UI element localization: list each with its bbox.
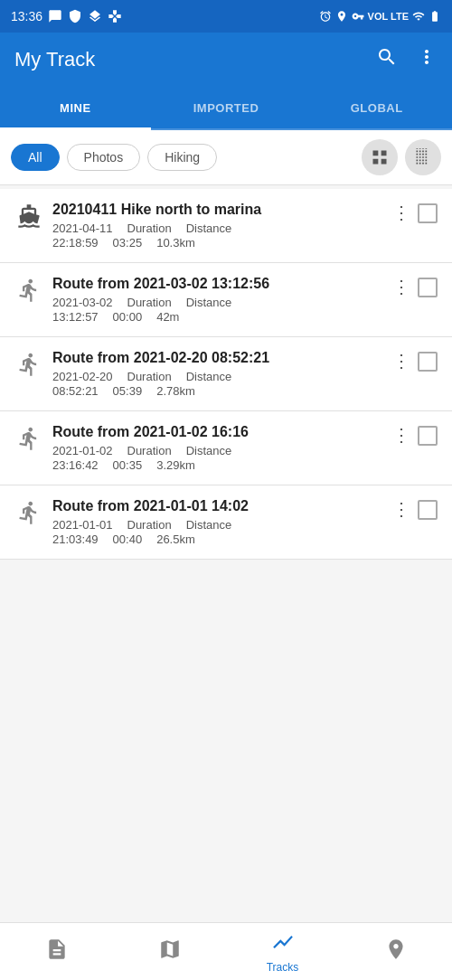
track-icon-walk3 (14, 500, 43, 532)
track-item[interactable]: Route from 2021-01-01 14:02 2021-01-01 D… (0, 485, 452, 560)
status-bar: 13:36 VOL LTE (0, 0, 452, 33)
status-time: 13:36 (11, 9, 42, 24)
track-checkbox[interactable] (418, 278, 438, 297)
track-duration-label: Duration (127, 518, 172, 532)
track-distance: 3.29km (156, 458, 195, 472)
track-title: Route from 2021-02-20 08:52:21 (52, 350, 383, 366)
track-checkbox[interactable] (418, 426, 438, 446)
location-icon (335, 10, 348, 23)
track-date: 2021-01-02 (52, 444, 113, 457)
track-duration-label: Duration (127, 221, 172, 235)
track-duration: 00:00 (113, 310, 143, 324)
filter-row: All Photos Hiking (0, 130, 452, 185)
track-distance-label: Distance (186, 370, 232, 383)
dot-grid-view-button[interactable] (405, 139, 441, 175)
track-icon-walk2 (14, 426, 43, 457)
filter-hiking[interactable]: Hiking (147, 144, 217, 171)
track-info: Route from 2021-03-02 13:12:56 2021-03-0… (52, 276, 383, 324)
track-info: Route from 2021-01-01 14:02 2021-01-01 D… (52, 498, 383, 546)
track-date: 2021-04-11 (52, 221, 113, 235)
tracks-icon (271, 930, 295, 959)
tracks-label: Tracks (267, 961, 299, 974)
track-duration-label: Duration (127, 296, 172, 309)
track-icon-walk (14, 278, 43, 309)
tab-imported[interactable]: IMPORTED (151, 87, 302, 128)
track-more-button[interactable]: ⋮ (392, 500, 410, 518)
track-list: 20210411 Hike north to marina 2021-04-11… (0, 189, 452, 560)
track-meta: 2021-01-01 Duration Distance (52, 518, 383, 532)
content-area: All Photos Hiking 20210411 Hike north to… (0, 130, 452, 621)
track-item[interactable]: Route from 2021-03-02 13:12:56 2021-03-0… (0, 263, 452, 337)
track-meta: 2021-01-02 Duration Distance (52, 444, 383, 457)
track-time: 13:12:57 (52, 310, 99, 324)
track-more-button[interactable]: ⋮ (392, 352, 410, 370)
track-checkbox[interactable] (418, 500, 438, 520)
waypoints-icon (384, 938, 408, 966)
track-checkbox[interactable] (418, 203, 438, 223)
signal-icon (412, 10, 425, 23)
track-time: 08:52:21 (52, 384, 99, 398)
track-meta: 2021-04-11 Duration Distance (52, 221, 383, 235)
track-meta: 2021-03-02 Duration Distance (52, 296, 383, 309)
track-actions: ⋮ (392, 350, 438, 372)
filter-photos[interactable]: Photos (67, 144, 141, 171)
track-duration: 05:39 (113, 384, 143, 398)
key-icon (352, 10, 364, 23)
track-duration: 00:35 (113, 458, 143, 472)
track-item[interactable]: Route from 2021-01-02 16:16 2021-01-02 D… (0, 411, 452, 485)
header-icons (376, 46, 438, 73)
status-bar-left: 13:36 (11, 9, 122, 24)
alarm-icon (319, 10, 332, 23)
track-actions: ⋮ (392, 424, 438, 446)
battery-icon (428, 10, 441, 23)
track-distance: 26.5km (156, 532, 195, 546)
track-actions: ⋮ (392, 498, 438, 520)
track-date: 2021-02-20 (52, 370, 113, 383)
more-options-button[interactable] (416, 46, 438, 73)
track-distance-label: Distance (186, 444, 232, 457)
track-date: 2021-01-01 (52, 518, 113, 532)
nav-item-tracks[interactable]: Tracks (226, 923, 339, 980)
track-duration: 03:25 (113, 236, 143, 250)
track-icon-run (14, 352, 43, 383)
track-meta-row2: 08:52:21 05:39 2.78km (52, 384, 383, 398)
gamepad-icon (108, 9, 122, 24)
track-info: Route from 2021-02-20 08:52:21 2021-02-2… (52, 350, 383, 398)
nav-item-notes[interactable] (0, 923, 113, 980)
track-more-button[interactable]: ⋮ (392, 278, 410, 296)
track-time: 23:16:42 (52, 458, 99, 472)
track-more-button[interactable]: ⋮ (392, 203, 410, 221)
track-distance: 10.3km (156, 236, 195, 250)
track-more-button[interactable]: ⋮ (392, 426, 410, 444)
track-distance-label: Distance (186, 296, 232, 309)
nav-item-waypoints[interactable] (339, 923, 452, 980)
search-button[interactable] (376, 46, 398, 73)
track-distance: 2.78km (156, 384, 195, 398)
track-time: 22:18:59 (52, 236, 99, 250)
tab-mine[interactable]: MINE (0, 87, 151, 128)
bottom-nav: Tracks (0, 922, 452, 980)
tab-global[interactable]: GLOBAL (301, 87, 452, 128)
header: My Track (0, 33, 452, 87)
track-duration: 00:40 (113, 532, 143, 546)
track-actions: ⋮ (392, 202, 438, 223)
track-checkbox[interactable] (418, 352, 438, 372)
nav-item-map[interactable] (113, 923, 226, 980)
track-duration-label: Duration (127, 370, 172, 383)
layers-icon (88, 9, 102, 24)
track-distance: 42m (156, 310, 179, 324)
track-distance-label: Distance (186, 518, 232, 532)
track-item[interactable]: Route from 2021-02-20 08:52:21 2021-02-2… (0, 337, 452, 411)
track-item[interactable]: 20210411 Hike north to marina 2021-04-11… (0, 189, 452, 263)
notes-icon (45, 938, 69, 966)
track-icon-boat (14, 203, 43, 235)
track-title: Route from 2021-03-02 13:12:56 (52, 276, 383, 292)
track-title: Route from 2021-01-01 14:02 (52, 498, 383, 514)
track-meta-row2: 23:16:42 00:35 3.29km (52, 458, 383, 472)
track-duration-label: Duration (127, 444, 172, 457)
message-icon (48, 9, 62, 24)
page-title: My Track (14, 48, 95, 71)
filter-all[interactable]: All (11, 144, 60, 171)
grid-view-button[interactable] (362, 139, 398, 175)
track-actions: ⋮ (392, 276, 438, 297)
